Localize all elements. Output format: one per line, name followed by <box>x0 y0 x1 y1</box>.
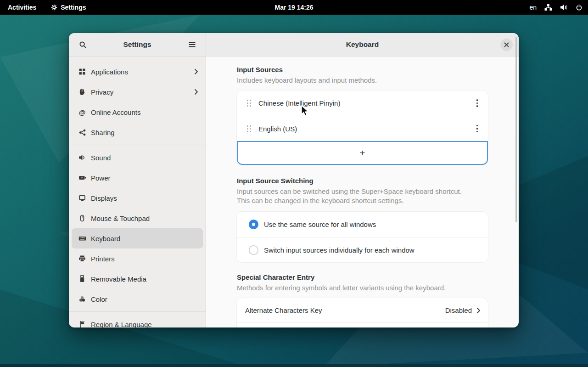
sidebar-item-label: Region & Language <box>91 321 198 328</box>
input-source-row[interactable]: Chinese (Intelligent Pinyin) <box>237 90 488 116</box>
row-value: Disabled <box>445 306 472 314</box>
kebab-menu-icon[interactable] <box>474 123 481 135</box>
panel-title: Keyboard <box>346 40 379 49</box>
input-sources-list: Chinese (Intelligent Pinyin) English (US… <box>237 90 488 165</box>
sidebar-headerbar: Settings <box>69 33 206 56</box>
panel-content: Input Sources Includes keyboard layouts … <box>206 56 519 327</box>
option-per-window[interactable]: Switch input sources individually for ea… <box>237 237 488 262</box>
sidebar-item-label: Sharing <box>91 129 198 136</box>
clock-button[interactable]: Mar 19 14:26 <box>274 4 313 11</box>
sidebar-item-label: Online Accounts <box>91 108 198 116</box>
switching-desc-line2: This can be changed in the keyboard shor… <box>237 197 404 204</box>
sidebar-item-region-language[interactable]: Region & Language <box>72 314 203 327</box>
sidebar-item-label: Mouse & Touchpad <box>91 215 198 222</box>
usb-drive-icon <box>78 275 86 282</box>
add-input-source-button[interactable]: + <box>237 141 488 165</box>
focused-app-menu[interactable]: Settings <box>51 4 86 11</box>
battery-icon <box>78 174 86 181</box>
sidebar-item-label: Privacy <box>91 88 190 96</box>
option-same-source[interactable]: Use the same source for all windows <box>237 212 488 237</box>
drag-handle-icon[interactable] <box>247 100 251 107</box>
sidebar-nav: Applications Privacy @ <box>69 56 206 327</box>
keyboard-layout-indicator[interactable]: en <box>529 4 537 11</box>
network-icon[interactable] <box>544 4 552 11</box>
wallpaper-bottom-strip <box>0 364 588 367</box>
kebab-menu-icon[interactable] <box>474 97 481 109</box>
sidebar-item-printers[interactable]: Printers <box>72 248 203 269</box>
input-source-row[interactable]: English (US) <box>237 116 488 141</box>
sidebar-item-label: Sound <box>91 154 198 162</box>
switching-title: Input Source Switching <box>237 177 488 185</box>
special-entry-list: Alternate Characters Key Disabled <box>237 298 488 327</box>
keyboard-icon <box>78 235 86 242</box>
sidebar-item-mouse-touchpad[interactable]: Mouse & Touchpad <box>72 208 203 228</box>
switching-desc-line1: Input sources can be switched using the … <box>237 187 462 195</box>
volume-icon[interactable] <box>560 4 568 11</box>
gnome-top-bar: Activities Settings Mar 19 14:26 en <box>0 0 588 15</box>
sidebar-separator <box>69 311 206 312</box>
keyboard-panel: Keyboard Input Sources Includes keyboard… <box>206 33 519 327</box>
sidebar-item-label: Removable Media <box>91 275 198 283</box>
sidebar-item-sharing[interactable]: Sharing <box>72 122 203 142</box>
chevron-right-icon <box>194 68 198 75</box>
flag-icon <box>78 321 86 327</box>
special-entry-title: Special Character Entry <box>237 273 488 281</box>
share-icon <box>78 129 86 136</box>
input-sources-subtitle: Includes keyboard layouts and input meth… <box>237 76 488 85</box>
printer-icon <box>78 255 86 262</box>
switching-description: Input sources can be switched using the … <box>237 187 488 205</box>
mouse-icon <box>78 215 86 222</box>
sidebar-item-displays[interactable]: Displays <box>72 188 203 208</box>
special-entry-subtitle: Methods for entering symbols and letter … <box>237 283 488 293</box>
chevron-right-icon <box>194 89 198 95</box>
input-sources-title: Input Sources <box>237 66 488 73</box>
input-source-label: English (US) <box>258 125 474 133</box>
plus-icon: + <box>359 147 365 158</box>
switching-options-list: Use the same source for all windows Swit… <box>237 212 488 262</box>
radio-unselected-icon[interactable] <box>249 245 258 255</box>
gear-icon <box>51 4 57 11</box>
speaker-icon <box>78 154 86 161</box>
sidebar-item-online-accounts[interactable]: @ Online Accounts <box>72 102 203 122</box>
applications-grid-icon <box>78 68 86 75</box>
panel-headerbar: Keyboard <box>206 33 519 56</box>
at-symbol-icon: @ <box>78 108 86 116</box>
sidebar-title: Settings <box>89 40 185 49</box>
sidebar-item-removable-media[interactable]: Removable Media <box>72 269 203 289</box>
input-source-label: Chinese (Intelligent Pinyin) <box>258 99 474 107</box>
row-label: Alternate Characters Key <box>244 306 445 314</box>
search-button[interactable] <box>76 38 89 51</box>
display-icon <box>78 194 86 202</box>
power-icon[interactable] <box>576 4 582 11</box>
scrollbar-thumb[interactable] <box>515 37 517 222</box>
chevron-right-icon <box>476 307 481 314</box>
settings-window: Settings Applications <box>69 33 519 327</box>
privacy-hand-icon <box>78 88 86 96</box>
sidebar-item-label: Applications <box>91 68 190 76</box>
option-label: Switch input sources individually for ea… <box>264 246 481 254</box>
sidebar-item-applications[interactable]: Applications <box>72 62 203 82</box>
sidebar-item-color[interactable]: Color <box>72 289 203 309</box>
partial-row[interactable] <box>237 322 488 327</box>
activities-button[interactable]: Activities <box>8 4 36 11</box>
settings-sidebar: Settings Applications <box>69 33 206 327</box>
sidebar-item-sound[interactable]: Sound <box>72 147 203 168</box>
close-button[interactable] <box>500 39 513 51</box>
sidebar-separator <box>69 145 206 145</box>
radio-selected-icon[interactable] <box>249 220 258 229</box>
sidebar-item-label: Displays <box>91 194 198 202</box>
option-label: Use the same source for all windows <box>264 220 481 228</box>
sidebar-item-privacy[interactable]: Privacy <box>72 82 203 102</box>
sidebar-item-label: Color <box>91 295 198 303</box>
sidebar-item-power[interactable]: Power <box>72 168 203 188</box>
focused-app-name: Settings <box>61 4 86 11</box>
sidebar-item-label: Keyboard <box>91 235 198 243</box>
sidebar-item-keyboard[interactable]: Keyboard <box>72 228 203 248</box>
hamburger-menu-button[interactable] <box>185 38 198 51</box>
alternate-characters-key-row[interactable]: Alternate Characters Key Disabled <box>237 298 488 322</box>
sidebar-item-label: Printers <box>91 255 198 263</box>
color-circles-icon <box>78 295 86 303</box>
drag-handle-icon[interactable] <box>247 125 251 132</box>
sidebar-item-label: Power <box>91 174 198 182</box>
